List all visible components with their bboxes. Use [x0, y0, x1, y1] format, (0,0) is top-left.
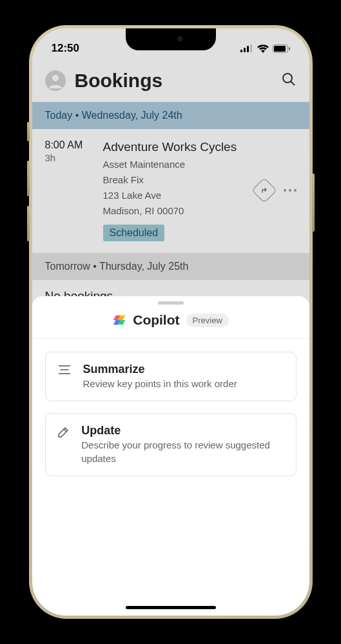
volume-up-button [27, 161, 30, 196]
booking-category: Asset Maintenance [103, 158, 255, 171]
person-icon [46, 72, 64, 90]
home-indicator[interactable] [126, 606, 216, 609]
svg-rect-2 [247, 46, 249, 52]
svg-rect-5 [274, 46, 286, 52]
tomorrow-section-header: Tomorrow • Thursday, July 25th [32, 253, 309, 280]
copilot-bottom-sheet: Copilot Preview Summarize Review key poi… [32, 296, 309, 616]
status-badge: Scheduled [103, 225, 165, 241]
volume-down-button [27, 206, 30, 241]
svg-rect-6 [289, 47, 290, 50]
sheet-header: Copilot Preview [32, 312, 309, 339]
svg-line-13 [64, 429, 66, 432]
update-card[interactable]: Update Describe your progress to review … [45, 413, 297, 476]
svg-rect-0 [240, 50, 242, 52]
wifi-icon [257, 45, 269, 53]
svg-rect-1 [244, 48, 246, 52]
preview-badge: Preview [186, 314, 229, 327]
power-button [312, 174, 315, 232]
summarize-icon [59, 365, 70, 374]
mute-switch [27, 122, 30, 141]
page-title: Bookings [75, 70, 272, 92]
booking-subtype: Break Fix [103, 174, 255, 186]
more-options-button[interactable] [284, 189, 297, 192]
search-button[interactable] [281, 72, 297, 90]
summarize-card[interactable]: Summarize Review key points in this work… [45, 352, 297, 401]
update-desc: Describe your progress to review suggest… [81, 439, 284, 465]
user-avatar[interactable] [45, 70, 66, 91]
screen: 12:50 Bookings Today • Wednesday, July 2… [32, 28, 309, 616]
sheet-grabber[interactable] [158, 301, 184, 305]
status-time: 12:50 [52, 42, 79, 55]
search-icon [281, 72, 297, 87]
svg-point-8 [283, 74, 292, 83]
app-header: Bookings [32, 62, 309, 102]
battery-icon [273, 45, 290, 53]
directions-button[interactable] [251, 177, 277, 203]
notch [126, 28, 216, 50]
pencil-icon [57, 427, 69, 438]
booking-title: Adventure Works Cycles [103, 139, 255, 156]
booking-duration: 3h [45, 152, 103, 163]
phone-frame: 12:50 Bookings Today • Wednesday, July 2… [29, 25, 313, 619]
today-section-header: Today • Wednesday, July 24th [32, 102, 309, 129]
copilot-logo-icon [112, 313, 126, 327]
update-title: Update [81, 424, 284, 438]
booking-time: 8:00 AM [45, 139, 103, 151]
svg-point-7 [52, 75, 59, 81]
booking-address-line1: 123 Lake Ave [103, 189, 255, 202]
svg-rect-3 [250, 45, 252, 52]
cellular-signal-icon [240, 45, 253, 52]
booking-address-line2: Madison, RI 00070 [103, 205, 255, 217]
booking-item[interactable]: 8:00 AM 3h Adventure Works Cycles Asset … [32, 129, 309, 253]
svg-line-9 [291, 81, 295, 85]
directions-icon [260, 186, 269, 195]
summarize-title: Summarize [83, 363, 237, 376]
summarize-desc: Review key points in this work order [83, 377, 237, 390]
sheet-title: Copilot [133, 312, 179, 328]
